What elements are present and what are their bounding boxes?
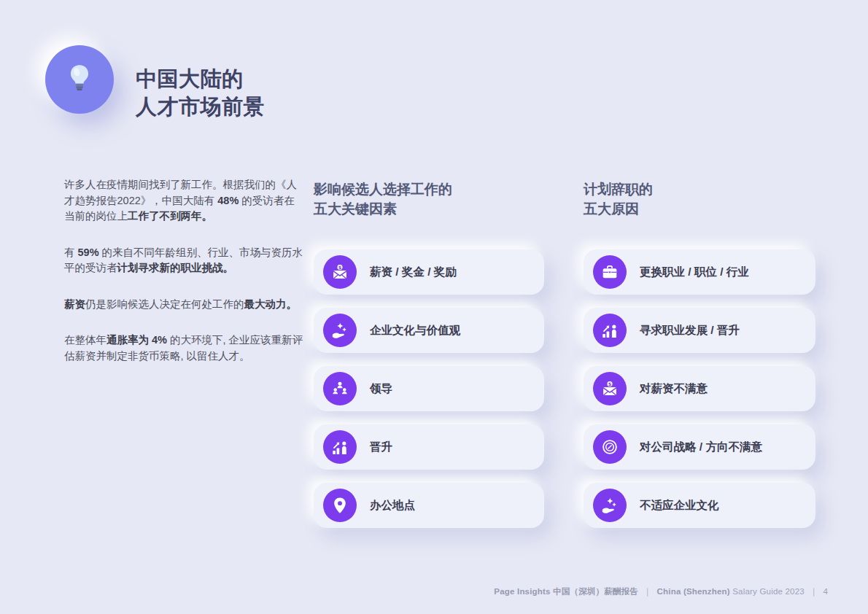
header-badge bbox=[45, 45, 114, 114]
intro-paragraph: 薪资仍是影响候选人决定在何处工作的最大动力。 bbox=[64, 297, 305, 313]
text-segment: 仍是影响候选人决定在何处工作的 bbox=[85, 298, 244, 310]
hand-stars-icon bbox=[323, 314, 357, 347]
pill-label: 薪资 / 奖金 / 奖励 bbox=[370, 265, 457, 280]
page-title-line1: 中国大陆的 bbox=[136, 67, 244, 90]
text-segment: Page Insights 中国（深圳）薪酬报告 bbox=[494, 587, 638, 596]
separator: ｜ bbox=[643, 587, 651, 596]
reason-pill: 更换职业 / 职位 / 行业 bbox=[584, 249, 815, 295]
page-footer: Page Insights 中国（深圳）薪酬报告｜China (Shenzhen… bbox=[494, 586, 828, 597]
reason-pill: 寻求职业发展 / 晋升 bbox=[584, 308, 815, 353]
pill-label: 对薪资不满意 bbox=[640, 381, 708, 397]
text-segment: 薪资 bbox=[64, 298, 85, 310]
reason-pill: 不适应企业文化 bbox=[584, 483, 815, 528]
svg-text:$: $ bbox=[338, 265, 342, 271]
factor-pill: $薪资 / 奖金 / 奖励 bbox=[314, 249, 544, 295]
pill-label: 领导 bbox=[370, 381, 392, 397]
compass-icon bbox=[593, 430, 627, 464]
text-segment: 59% bbox=[78, 246, 99, 258]
text-segment: China (Shenzhen) bbox=[657, 587, 730, 596]
text-segment: Salary Guide 2023 bbox=[730, 587, 805, 596]
factors-heading: 影响候选人选择工作的 五大关键因素 bbox=[314, 179, 544, 219]
factor-pill: 办公地点 bbox=[314, 483, 544, 528]
factor-pill: 晋升 bbox=[314, 424, 544, 470]
pill-label: 不适应企业文化 bbox=[640, 498, 719, 513]
text-segment: 计划寻求新的职业挑战。 bbox=[117, 262, 234, 273]
intro-paragraph: 有 59% 的来自不同年龄组别、行业、市场与资历水平的受访者计划寻求新的职业挑战… bbox=[64, 245, 305, 276]
growth-person-icon bbox=[323, 430, 357, 464]
text-segment: 有 bbox=[64, 246, 78, 258]
factors-heading-line2: 五大关键因素 bbox=[314, 201, 397, 217]
pill-label: 晋升 bbox=[370, 440, 392, 455]
pill-label: 更换职业 / 职位 / 行业 bbox=[640, 265, 749, 280]
page-title-line2: 人才市场前景 bbox=[136, 95, 265, 118]
location-pin-icon bbox=[323, 489, 357, 522]
reasons-heading: 计划辞职的 五大原因 bbox=[584, 179, 815, 219]
report-page: 中国大陆的 人才市场前景 许多人在疫情期间找到了新工作。根据我们的《人才趋势报告… bbox=[0, 0, 868, 614]
briefcase-icon bbox=[593, 255, 627, 289]
intro-column: 许多人在疫情期间找到了新工作。根据我们的《人才趋势报告2022》，中国大陆有 4… bbox=[64, 177, 305, 384]
text-segment: 工作了不到两年。 bbox=[128, 210, 212, 222]
pill-label: 对公司战略 / 方向不满意 bbox=[640, 440, 762, 455]
pill-label: 办公地点 bbox=[370, 498, 415, 513]
factor-pill: 领导 bbox=[314, 366, 544, 411]
text-segment: 在整体年 bbox=[64, 334, 106, 346]
intro-paragraph: 在整体年通胀率为 4% 的大环境下, 企业应该重新评估薪资并制定非货币策略, 以… bbox=[64, 333, 305, 364]
svg-text:$: $ bbox=[608, 381, 612, 387]
growth-person-icon bbox=[593, 314, 627, 347]
envelope-money-icon: $ bbox=[593, 372, 627, 405]
factors-heading-line1: 影响候选人选择工作的 bbox=[314, 182, 452, 197]
separator: ｜ bbox=[810, 587, 818, 596]
page-title: 中国大陆的 人才市场前景 bbox=[136, 65, 265, 120]
reasons-column: 计划辞职的 五大原因 更换职业 / 职位 / 行业寻求职业发展 / 晋升$对薪资… bbox=[584, 179, 815, 528]
factors-column: 影响候选人选择工作的 五大关键因素 $薪资 / 奖金 / 奖励企业文化与价值观领… bbox=[314, 179, 544, 528]
text-segment: 48% bbox=[217, 195, 239, 206]
factor-pill: 企业文化与价值观 bbox=[314, 308, 544, 353]
hand-stars-icon bbox=[593, 489, 627, 522]
text-segment: 4 bbox=[823, 587, 828, 596]
reasons-heading-line2: 五大原因 bbox=[584, 201, 639, 217]
reason-pill: 对公司战略 / 方向不满意 bbox=[584, 424, 815, 470]
intro-paragraph: 许多人在疫情期间找到了新工作。根据我们的《人才趋势报告2022》，中国大陆有 4… bbox=[64, 177, 305, 225]
reasons-list: 更换职业 / 职位 / 行业寻求职业发展 / 晋升$对薪资不满意对公司战略 / … bbox=[584, 249, 815, 528]
lightbulb-icon bbox=[63, 61, 96, 98]
pill-label: 企业文化与价值观 bbox=[370, 323, 460, 338]
text-segment: 最大动力。 bbox=[244, 298, 298, 310]
factors-list: $薪资 / 奖金 / 奖励企业文化与价值观领导晋升办公地点 bbox=[314, 249, 544, 528]
reasons-heading-line1: 计划辞职的 bbox=[584, 182, 653, 197]
people-hierarchy-icon bbox=[323, 372, 357, 405]
envelope-money-icon: $ bbox=[323, 255, 357, 289]
reason-pill: $对薪资不满意 bbox=[584, 366, 815, 411]
text-segment: 通胀率为 4% bbox=[106, 334, 167, 346]
pill-label: 寻求职业发展 / 晋升 bbox=[640, 323, 740, 338]
